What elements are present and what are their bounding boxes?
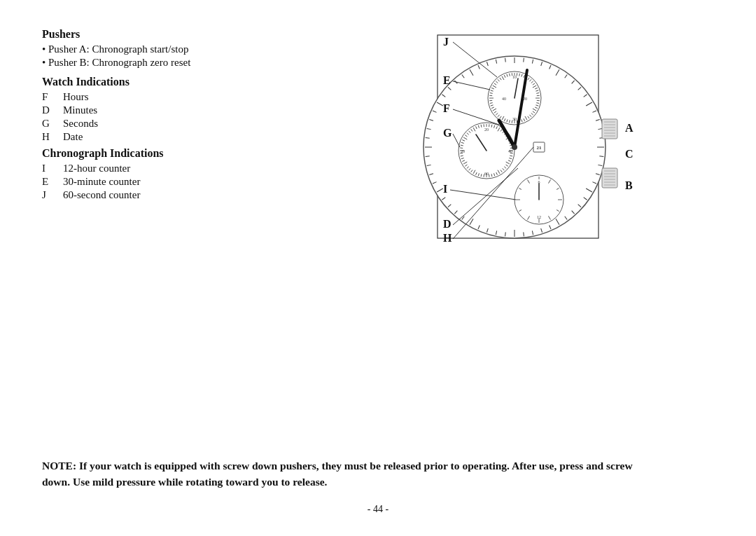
watch-indications-list: FHours DMinutes GSeconds HDate xyxy=(42,91,308,143)
pushers-section: Pushers Pusher A: Chronograph start/stop… xyxy=(42,28,308,69)
svg-line-34 xyxy=(505,232,506,236)
svg-text:40: 40 xyxy=(508,149,512,153)
svg-text:F: F xyxy=(443,102,450,114)
letter-e: E xyxy=(42,176,55,188)
right-panel: 10 20 30 40 xyxy=(322,28,714,437)
list-item: GSeconds xyxy=(42,118,308,130)
left-panel: Pushers Pusher A: Chronograph start/stop… xyxy=(42,28,308,437)
chrono-indications-section: Chronograph Indications I12-hour counter… xyxy=(42,147,308,201)
label-seconds: Seconds xyxy=(63,118,98,130)
svg-text:B: B xyxy=(625,179,633,191)
letter-d: D xyxy=(42,104,55,116)
pushers-list: Pusher A: Chronograph start/stop Pusher … xyxy=(42,43,308,69)
svg-text:C: C xyxy=(625,148,634,160)
svg-text:G: G xyxy=(443,127,452,139)
note-text: NOTE: If your watch is equipped with scr… xyxy=(42,460,633,488)
list-item: HDate xyxy=(42,131,308,143)
pushers-title: Pushers xyxy=(42,28,308,41)
svg-text:H: H xyxy=(443,232,452,244)
svg-text:12: 12 xyxy=(537,215,541,219)
watch-svg: 10 20 30 40 xyxy=(396,28,654,266)
svg-text:D: D xyxy=(443,218,451,230)
label-60sec: 60-second counter xyxy=(63,189,140,201)
svg-text:I: I xyxy=(443,183,447,195)
watch-indications-section: Watch Indications FHours DMinutes GSecon… xyxy=(42,76,308,143)
svg-line-4 xyxy=(524,58,524,62)
svg-point-212 xyxy=(512,144,517,150)
watch-indications-title: Watch Indications xyxy=(42,76,308,88)
label-12h: 12-hour counter xyxy=(63,163,130,174)
page-number: - 44 - xyxy=(42,504,714,515)
note-section: NOTE: If your watch is equipped with scr… xyxy=(42,458,637,490)
pusher-a: Pusher A: Chronograph start/stop xyxy=(42,43,308,55)
chrono-indications-list: I12-hour counter E30-minute counter J60-… xyxy=(42,163,308,201)
svg-text:E: E xyxy=(443,74,451,86)
svg-text:20: 20 xyxy=(461,149,465,153)
list-item: FHours xyxy=(42,91,308,103)
svg-line-47 xyxy=(426,156,430,157)
list-item: I12-hour counter xyxy=(42,163,308,174)
label-date: Date xyxy=(63,131,83,143)
letter-f: F xyxy=(42,91,55,103)
chrono-indications-title: Chronograph Indications xyxy=(42,147,308,160)
list-item: J60-second counter xyxy=(42,189,308,201)
pusher-b: Pusher B: Chronograph zero reset xyxy=(42,57,308,69)
svg-text:A: A xyxy=(625,122,634,134)
svg-line-49 xyxy=(426,138,430,139)
main-content: Pushers Pusher A: Chronograph start/stop… xyxy=(42,28,714,437)
letter-h: H xyxy=(42,131,55,143)
svg-text:20: 20 xyxy=(484,128,489,132)
svg-text:60: 60 xyxy=(484,172,489,176)
svg-text:40: 40 xyxy=(502,97,506,101)
list-item: E30-minute counter xyxy=(42,176,308,188)
svg-text:10: 10 xyxy=(512,75,517,79)
svg-text:21: 21 xyxy=(537,145,542,151)
label-30min: 30-minute counter xyxy=(63,176,140,188)
letter-g: G xyxy=(42,118,55,130)
list-item: DMinutes xyxy=(42,104,308,116)
svg-text:J: J xyxy=(443,36,449,48)
svg-text:30: 30 xyxy=(512,117,517,121)
letter-i: I xyxy=(42,163,55,174)
page: Pushers Pusher A: Chronograph start/stop… xyxy=(0,0,756,536)
svg-line-19 xyxy=(599,156,603,157)
letter-j: J xyxy=(42,189,55,201)
label-minutes: Minutes xyxy=(63,104,97,116)
svg-line-32 xyxy=(524,232,524,236)
watch-diagram: 10 20 30 40 xyxy=(396,28,654,266)
svg-line-61 xyxy=(505,58,506,62)
label-hours: Hours xyxy=(63,91,89,103)
